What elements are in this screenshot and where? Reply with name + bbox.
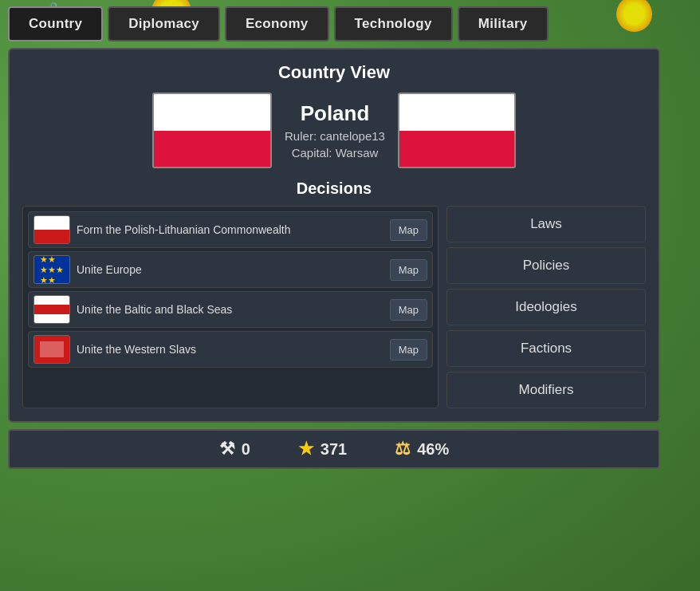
decision-plc: Form the Polish-Lithuanian Commonwealth …	[28, 211, 433, 248]
stat-manpower: ⚒ 0	[195, 431, 274, 467]
plc-flag-bottom	[34, 230, 69, 243]
manpower-value: 0	[242, 440, 250, 459]
decision-europe: ★★★★★★★ Unite Europe Map	[28, 251, 433, 288]
baltic-flag-mid	[34, 305, 69, 313]
decision-baltic-map-btn[interactable]: Map	[390, 299, 427, 321]
right-panel: Laws Policies Ideologies Factions Modifi…	[446, 206, 646, 408]
prestige-value: 371	[321, 440, 347, 459]
flag-bottom-half	[154, 131, 270, 167]
decision-baltic: Unite the Baltic and Black Seas Map	[28, 291, 433, 328]
flag-right-top	[399, 94, 514, 131]
capital-text: Capital: Warsaw	[285, 146, 385, 160]
eu-stars: ★★★★★★★	[40, 255, 64, 284]
factions-button[interactable]: Factions	[446, 330, 646, 367]
manpower-icon: ⚒	[219, 439, 235, 459]
ruler-text: Ruler: cantelope13	[285, 129, 385, 143]
country-info: Poland Ruler: cantelope13 Capital: Warsa…	[285, 101, 385, 160]
policies-button[interactable]: Policies	[446, 247, 646, 284]
decision-baltic-label: Unite the Baltic and Black Seas	[77, 302, 383, 317]
nav-bar: Country Diplomacy Economy Technology Mil…	[0, 0, 668, 48]
ideologies-button[interactable]: Ideologies	[446, 289, 646, 325]
stability-icon: ⚖	[395, 439, 411, 459]
decision-wslavs: Unite the Western Slavs Map	[28, 331, 433, 368]
flag-right-bottom	[399, 131, 514, 167]
decision-plc-map-btn[interactable]: Map	[390, 219, 427, 241]
modifiers-button[interactable]: Modifiers	[446, 372, 646, 408]
stability-value: 46%	[417, 440, 449, 459]
flag-left	[152, 93, 272, 168]
baltic-flag-bot	[34, 314, 69, 323]
content-row: Form the Polish-Lithuanian Commonwealth …	[22, 206, 646, 408]
laws-button[interactable]: Laws	[446, 206, 646, 242]
baltic-flag-top	[34, 296, 69, 305]
stat-prestige: ★ 371	[274, 431, 371, 467]
tab-diplomacy[interactable]: Diplomacy	[108, 6, 220, 41]
decision-europe-icon: ★★★★★★★	[33, 255, 70, 284]
country-name: Poland	[285, 101, 385, 126]
tab-technology[interactable]: Technology	[334, 6, 453, 41]
main-box: Country View Poland Ruler: cantelope13 C…	[8, 48, 660, 423]
tab-country[interactable]: Country	[8, 6, 103, 41]
country-header: Poland Ruler: cantelope13 Capital: Warsa…	[22, 93, 646, 168]
stat-stability: ⚖ 46%	[371, 431, 473, 467]
tab-military[interactable]: Military	[458, 6, 549, 41]
decision-europe-label: Unite Europe	[77, 262, 383, 277]
decisions-title: Decisions	[22, 179, 646, 198]
tab-economy[interactable]: Economy	[225, 6, 329, 41]
stats-bar: ⚒ 0 ★ 371 ⚖ 46%	[8, 429, 660, 469]
decision-wslavs-label: Unite the Western Slavs	[77, 342, 383, 357]
decision-baltic-icon	[33, 295, 70, 324]
decisions-panel: Form the Polish-Lithuanian Commonwealth …	[22, 206, 438, 408]
prestige-icon: ★	[298, 439, 314, 459]
flag-top-half	[154, 94, 270, 131]
decision-wslavs-icon	[33, 335, 70, 364]
page-title: Country View	[22, 62, 646, 83]
decision-plc-label: Form the Polish-Lithuanian Commonwealth	[77, 223, 383, 237]
decision-wslavs-map-btn[interactable]: Map	[390, 339, 427, 361]
ui-panel: Country Diplomacy Economy Technology Mil…	[0, 0, 668, 469]
flag-right	[398, 93, 516, 168]
decision-europe-map-btn[interactable]: Map	[390, 259, 427, 281]
plc-flag-top	[34, 216, 69, 230]
decision-plc-icon	[33, 215, 70, 244]
